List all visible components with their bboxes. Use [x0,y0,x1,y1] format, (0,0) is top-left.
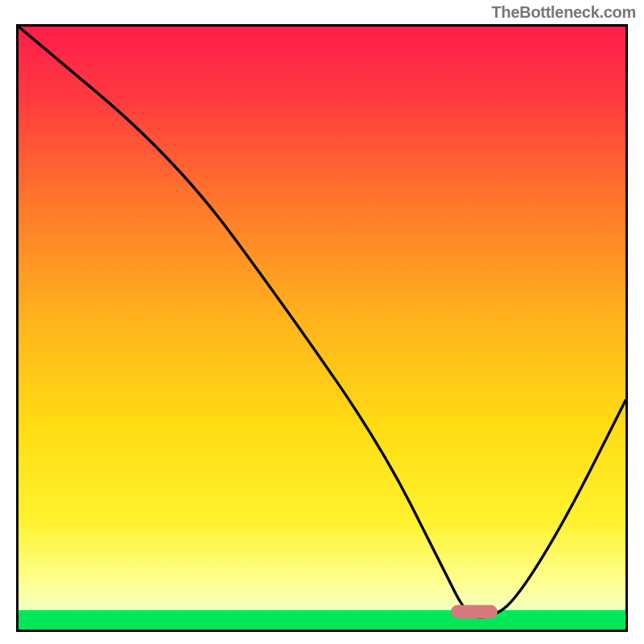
bottleneck-curve [19,27,625,630]
watermark-text: TheBottleneck.com [492,3,636,22]
plot-container [16,24,628,632]
optimal-point-marker [451,605,497,618]
plot-area [16,24,628,632]
